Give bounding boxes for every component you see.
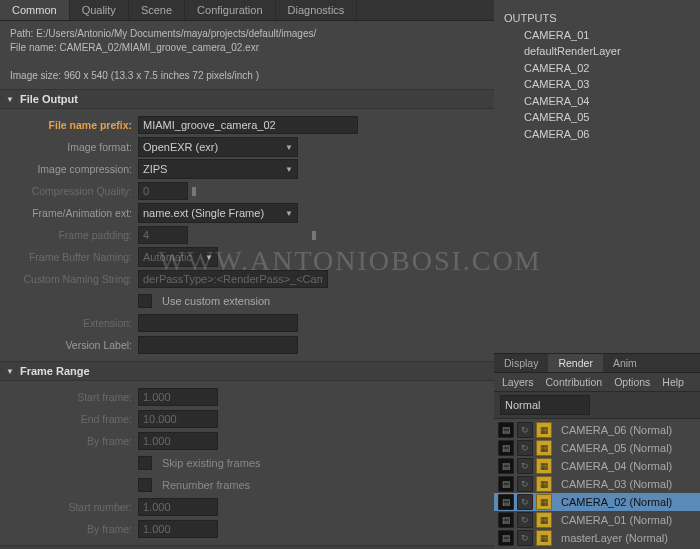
padding-label: Frame padding: bbox=[0, 229, 138, 241]
layer-name: CAMERA_03 (Normal) bbox=[561, 478, 696, 490]
startnum-label: Start number: bbox=[0, 501, 138, 513]
tab-diagnostics[interactable]: Diagnostics bbox=[276, 0, 358, 20]
layer-row[interactable]: ▤↻▦CAMERA_01 (Normal) bbox=[494, 511, 700, 529]
compqual-input bbox=[138, 182, 188, 200]
renumber-checkbox[interactable] bbox=[138, 478, 152, 492]
customext-label: Use custom extension bbox=[162, 295, 270, 307]
recycle-icon: ↻ bbox=[517, 440, 533, 456]
layer-name: CAMERA_02 (Normal) bbox=[561, 496, 696, 508]
padding-input bbox=[138, 226, 188, 244]
layer-row[interactable]: ▤↻▦CAMERA_02 (Normal) bbox=[494, 493, 700, 511]
layer-name: masterLayer (Normal) bbox=[561, 532, 696, 544]
tab-quality[interactable]: Quality bbox=[70, 0, 129, 20]
compression-label: Image compression: bbox=[0, 163, 138, 175]
padding-slider bbox=[192, 233, 342, 238]
menu-layers[interactable]: Layers bbox=[502, 376, 534, 388]
section-file-output[interactable]: ▼File Output bbox=[0, 89, 494, 109]
tab-scene[interactable]: Scene bbox=[129, 0, 185, 20]
bufnaming-select: Automatic▼ bbox=[138, 247, 218, 267]
output-item[interactable]: CAMERA_04 bbox=[504, 93, 690, 110]
layer-row[interactable]: ▤↻▦CAMERA_06 (Normal) bbox=[494, 421, 700, 439]
chevron-down-icon: ▼ bbox=[6, 367, 14, 376]
outputs-panel: OUTPUTS CAMERA_01 defaultRenderLayer CAM… bbox=[494, 0, 700, 146]
compqual-label: Compression Quality: bbox=[0, 185, 138, 197]
frameanim-label: Frame/Animation ext: bbox=[0, 207, 138, 219]
clapboard-icon: ▤ bbox=[498, 494, 514, 510]
recycle-icon: ↻ bbox=[517, 512, 533, 528]
verlabel-input[interactable] bbox=[138, 336, 298, 354]
section-renderable-cameras[interactable]: ▼Renderable Cameras bbox=[0, 545, 494, 549]
file-value: CAMERA_02/MIAMI_groove_camera_02.exr bbox=[59, 42, 259, 53]
output-item[interactable]: CAMERA_05 bbox=[504, 109, 690, 126]
renumber-label: Renumber frames bbox=[162, 479, 250, 491]
clapboard-icon: ▤ bbox=[498, 476, 514, 492]
recycle-icon: ↻ bbox=[517, 422, 533, 438]
tab-configuration[interactable]: Configuration bbox=[185, 0, 275, 20]
byframe-label: By frame: bbox=[0, 435, 138, 447]
film-icon: ▦ bbox=[536, 512, 552, 528]
output-item[interactable]: CAMERA_03 bbox=[504, 76, 690, 93]
film-icon: ▦ bbox=[536, 458, 552, 474]
path-value: E:/Users/Antonio/My Documents/maya/proje… bbox=[36, 28, 316, 39]
caret-icon: ▼ bbox=[285, 143, 293, 152]
recycle-icon: ↻ bbox=[517, 494, 533, 510]
startframe-input bbox=[138, 388, 218, 406]
layer-menu: Layers Contribution Options Help bbox=[494, 373, 700, 392]
caret-icon: ▼ bbox=[205, 253, 213, 262]
layer-row[interactable]: ▤↻▦CAMERA_05 (Normal) bbox=[494, 439, 700, 457]
output-item[interactable]: CAMERA_06 bbox=[504, 126, 690, 143]
customext-checkbox[interactable] bbox=[138, 294, 152, 308]
bufnaming-label: Frame Buffer Naming: bbox=[0, 251, 138, 263]
tab-render[interactable]: Render bbox=[548, 354, 602, 372]
tab-anim[interactable]: Anim bbox=[603, 354, 647, 372]
layer-row[interactable]: ▤↻▦masterLayer (Normal) bbox=[494, 529, 700, 547]
frameanim-select[interactable]: name.ext (Single Frame)▼ bbox=[138, 203, 298, 223]
section-frame-range[interactable]: ▼Frame Range bbox=[0, 361, 494, 381]
section-title: File Output bbox=[20, 93, 78, 105]
customstr-label: Custom Naming String: bbox=[0, 273, 138, 285]
frameanim-value: name.ext (Single Frame) bbox=[143, 207, 264, 219]
chevron-down-icon: ▼ bbox=[6, 95, 14, 104]
output-item[interactable]: CAMERA_01 bbox=[504, 27, 690, 44]
endframe-input bbox=[138, 410, 218, 428]
skip-checkbox[interactable] bbox=[138, 456, 152, 470]
compression-select[interactable]: ZIPS▼ bbox=[138, 159, 298, 179]
ext-label: Extension: bbox=[0, 317, 138, 329]
byframe2-input bbox=[138, 520, 218, 538]
recycle-icon: ↻ bbox=[517, 476, 533, 492]
mode-value: Normal bbox=[505, 399, 540, 411]
layer-mode-select[interactable]: Normal bbox=[500, 395, 590, 415]
layer-name: CAMERA_05 (Normal) bbox=[561, 442, 696, 454]
compression-value: ZIPS bbox=[143, 163, 167, 175]
byframe-input bbox=[138, 432, 218, 450]
format-label: Image format: bbox=[0, 141, 138, 153]
outputs-title: OUTPUTS bbox=[504, 10, 690, 27]
startframe-label: Start frame: bbox=[0, 391, 138, 403]
menu-contribution[interactable]: Contribution bbox=[546, 376, 603, 388]
menu-options[interactable]: Options bbox=[614, 376, 650, 388]
compqual-slider bbox=[192, 189, 342, 194]
output-item[interactable]: defaultRenderLayer bbox=[504, 43, 690, 60]
tab-common[interactable]: Common bbox=[0, 0, 70, 20]
format-select[interactable]: OpenEXR (exr)▼ bbox=[138, 137, 298, 157]
endframe-label: End frame: bbox=[0, 413, 138, 425]
output-item[interactable]: CAMERA_02 bbox=[504, 60, 690, 77]
clapboard-icon: ▤ bbox=[498, 512, 514, 528]
recycle-icon: ↻ bbox=[517, 530, 533, 546]
clapboard-icon: ▤ bbox=[498, 422, 514, 438]
customstr-input bbox=[138, 270, 328, 288]
file-label: File name: bbox=[10, 42, 57, 53]
prefix-input[interactable] bbox=[138, 116, 358, 134]
prefix-label: File name prefix: bbox=[0, 119, 138, 131]
tab-display[interactable]: Display bbox=[494, 354, 548, 372]
film-icon: ▦ bbox=[536, 440, 552, 456]
clapboard-icon: ▤ bbox=[498, 530, 514, 546]
layer-row[interactable]: ▤↻▦CAMERA_03 (Normal) bbox=[494, 475, 700, 493]
menu-help[interactable]: Help bbox=[662, 376, 684, 388]
startnum-input bbox=[138, 498, 218, 516]
layer-row[interactable]: ▤↻▦CAMERA_04 (Normal) bbox=[494, 457, 700, 475]
render-settings-tabs: Common Quality Scene Configuration Diagn… bbox=[0, 0, 494, 21]
ext-input bbox=[138, 314, 298, 332]
skip-label: Skip existing frames bbox=[162, 457, 260, 469]
clapboard-icon: ▤ bbox=[498, 440, 514, 456]
